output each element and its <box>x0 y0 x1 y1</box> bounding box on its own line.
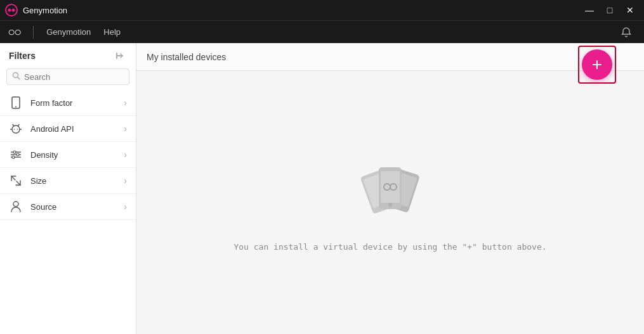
app-title: Genymotion <box>23 6 67 15</box>
help-menu-item[interactable]: Help <box>98 25 126 39</box>
title-bar: Genymotion — □ ✕ <box>0 0 644 20</box>
empty-illustration <box>346 153 435 229</box>
filter-android-api-chevron: › <box>124 124 127 134</box>
svg-rect-5 <box>116 53 117 59</box>
filter-source-label: Source <box>30 202 124 212</box>
title-bar-controls: — □ ✕ <box>581 4 639 16</box>
content-header: My installed devices <box>136 43 644 71</box>
filter-density-chevron: › <box>124 150 127 160</box>
svg-line-24 <box>16 181 20 185</box>
search-input[interactable] <box>24 72 124 82</box>
svg-point-21 <box>16 153 19 156</box>
filter-source[interactable]: Source › <box>0 194 136 220</box>
bell-icon <box>621 27 632 38</box>
filter-density-label: Density <box>30 150 124 160</box>
svg-point-16 <box>17 129 18 130</box>
genymotion-menu-item[interactable]: Genymotion <box>41 25 96 39</box>
svg-point-15 <box>14 129 15 130</box>
svg-line-7 <box>18 77 20 80</box>
search-icon <box>12 72 20 82</box>
filter-android-api[interactable]: Android API › <box>0 116 136 142</box>
fab-container: + <box>578 46 616 84</box>
genymotion-oo-logo: ○○ <box>8 25 20 39</box>
main-layout: Filters <box>0 43 644 334</box>
svg-point-36 <box>388 203 392 207</box>
title-bar-left: Genymotion <box>5 4 67 16</box>
content-area: My installed devices + <box>136 43 644 334</box>
sidebar: Filters <box>0 43 136 334</box>
svg-point-2 <box>12 9 15 12</box>
svg-line-23 <box>11 176 15 180</box>
filter-density[interactable]: Density › <box>0 142 136 168</box>
size-icon <box>9 174 23 188</box>
fab-highlight-wrapper: + <box>578 46 616 84</box>
empty-state-text: You can install a virtual device by usin… <box>233 242 546 252</box>
filter-form-factor[interactable]: Form factor › <box>0 90 136 116</box>
phone-icon <box>9 96 23 110</box>
page-title: My installed devices <box>147 52 226 62</box>
svg-point-10 <box>12 125 20 133</box>
filters-title: Filters <box>9 51 36 61</box>
filter-size-chevron: › <box>124 176 127 186</box>
svg-point-0 <box>6 4 17 16</box>
filters-header: Filters <box>0 43 136 66</box>
filter-form-factor-chevron: › <box>124 98 127 108</box>
svg-point-22 <box>12 156 15 158</box>
notification-bell-button[interactable] <box>616 22 636 42</box>
density-icon <box>9 148 23 162</box>
filter-form-factor-label: Form factor <box>30 98 124 108</box>
maximize-button[interactable]: □ <box>601 4 619 16</box>
svg-line-14 <box>18 125 20 126</box>
filter-size-label: Size <box>30 176 124 186</box>
filter-size[interactable]: Size › <box>0 168 136 194</box>
filters-clear-button[interactable] <box>114 49 127 62</box>
menu-divider <box>33 26 34 39</box>
svg-line-13 <box>13 125 14 126</box>
filter-source-chevron: › <box>124 202 127 212</box>
clear-icon <box>115 51 126 61</box>
close-button[interactable]: ✕ <box>621 4 639 16</box>
add-device-button[interactable]: + <box>582 49 612 80</box>
svg-point-25 <box>13 202 18 207</box>
svg-point-1 <box>8 9 11 12</box>
minimize-button[interactable]: — <box>581 4 598 16</box>
android-icon <box>9 122 23 136</box>
filter-android-api-label: Android API <box>30 124 124 134</box>
content-body: You can install a virtual device by usin… <box>136 71 644 334</box>
app-logo-icon <box>5 4 18 16</box>
svg-point-20 <box>13 151 16 153</box>
menu-bar-right <box>616 22 636 42</box>
person-icon <box>9 200 23 214</box>
svg-point-9 <box>15 106 16 108</box>
search-box[interactable] <box>6 68 129 85</box>
menu-bar: ○○ Genymotion Help <box>0 20 644 43</box>
